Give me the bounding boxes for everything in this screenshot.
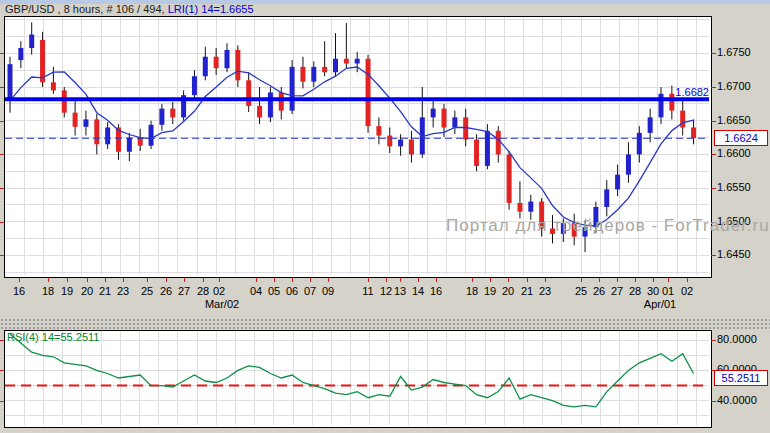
x-axis-tick <box>400 278 401 282</box>
price-axis-tick-left <box>0 222 4 223</box>
rsi-chart[interactable] <box>5 331 709 425</box>
x-axis-tick <box>256 278 257 282</box>
x-axis-label: 14 <box>412 285 424 297</box>
x-axis-tick <box>653 278 654 282</box>
x-axis-tick <box>105 278 106 282</box>
x-axis-label: 02 <box>213 285 225 297</box>
x-axis-tick <box>436 278 437 282</box>
x-axis-label: 05 <box>268 285 280 297</box>
x-axis-tick <box>184 278 185 282</box>
x-axis-label: 28 <box>629 285 641 297</box>
x-axis-label: 19 <box>484 285 496 297</box>
chart-title-indicator: LRI(1) 14=1.6655 <box>168 3 254 15</box>
x-axis-label: 13 <box>394 285 406 297</box>
watermark: Портал для трейдеров - ForTrader.ru <box>446 216 770 236</box>
price-axis-label: 1.6700 <box>717 80 751 92</box>
x-axis-tick <box>599 278 600 282</box>
x-axis-tick <box>166 278 167 282</box>
x-axis-label: 07 <box>304 285 316 297</box>
rsi-axis-tick <box>711 340 716 341</box>
price-axis-label: 1.6750 <box>717 46 751 58</box>
x-axis-tick <box>581 278 582 282</box>
x-axis-tick <box>48 278 49 282</box>
x-axis-tick <box>687 278 688 282</box>
x-axis-tick <box>668 278 669 282</box>
x-axis-label: 27 <box>611 285 623 297</box>
x-axis-label: 21 <box>521 285 533 297</box>
x-axis-label: 18 <box>42 285 54 297</box>
price-axis-tick-left <box>0 87 4 88</box>
x-axis-label: 21 <box>99 285 111 297</box>
x-axis-label: 25 <box>575 285 587 297</box>
x-axis-tick <box>490 278 491 282</box>
x-axis-label: 25 <box>141 285 153 297</box>
price-axis-label: 1.6650 <box>717 114 751 126</box>
x-axis-label: 26 <box>160 285 172 297</box>
month-label: Mar/02 <box>205 298 239 310</box>
chart-window: GBP/USD , 8 hours, # 106 / 494, LRI(1) 1… <box>0 0 770 433</box>
x-axis-label: 11 <box>362 285 373 297</box>
x-axis-tick <box>635 278 636 282</box>
x-axis-tick <box>67 278 68 282</box>
price-axis-tick-left <box>0 188 4 189</box>
x-axis-label: 27 <box>178 285 190 297</box>
price-axis-tick <box>711 121 716 122</box>
x-axis-tick <box>545 278 546 282</box>
resistance-level-label: 1.6682 <box>600 86 709 98</box>
x-axis-tick <box>19 278 20 282</box>
lri-line <box>10 67 694 226</box>
x-axis-tick <box>472 278 473 282</box>
x-axis-label: 28 <box>197 285 209 297</box>
x-axis-tick <box>87 278 88 282</box>
rsi-axis-label: 80.0000 <box>717 333 757 345</box>
rsi-axis-tick-left <box>0 340 4 341</box>
x-axis-tick <box>386 278 387 282</box>
x-axis-label: 30 <box>647 285 659 297</box>
x-axis-label: 20 <box>502 285 514 297</box>
x-axis-label: 04 <box>250 285 262 297</box>
rsi-value-box: 55.2511 <box>714 370 768 386</box>
x-axis-tick <box>527 278 528 282</box>
panel-splitter[interactable] <box>0 318 770 330</box>
x-axis-label: 16 <box>430 285 442 297</box>
rsi-indicator-panel[interactable]: RSI(4) 14=55.2511 <box>4 330 712 428</box>
x-axis-label: 26 <box>593 285 605 297</box>
x-axis-tick <box>328 278 329 282</box>
rsi-axis-tick-left <box>0 401 4 402</box>
x-axis-tick <box>368 278 369 282</box>
chart-title: GBP/USD , 8 hours, # 106 / 494, LRI(1) 1… <box>5 3 254 15</box>
rsi-legend-label: RSI(4) 14=55.2511 <box>7 331 99 343</box>
price-axis-tick <box>711 188 716 189</box>
candlestick-chart[interactable] <box>5 17 709 275</box>
x-axis-label: 23 <box>539 285 551 297</box>
price-axis-tick-left <box>0 154 4 155</box>
x-axis-tick <box>147 278 148 282</box>
x-axis-label: 01 <box>662 285 674 297</box>
x-axis-label: 12 <box>380 285 392 297</box>
chart-title-instrument: GBP/USD , 8 hours, # 106 / 494, <box>5 3 168 15</box>
x-axis-label: 09 <box>322 285 334 297</box>
price-axis-tick <box>711 154 716 155</box>
x-axis-tick <box>617 278 618 282</box>
rsi-axis-label: 40.0000 <box>717 394 757 406</box>
x-axis-tick <box>203 278 204 282</box>
price-chart-panel[interactable] <box>4 16 712 278</box>
price-axis-label: 1.6600 <box>717 147 751 159</box>
x-axis-label: 19 <box>61 285 73 297</box>
x-axis-tick <box>508 278 509 282</box>
rsi-axis-tick <box>711 401 716 402</box>
rsi-gridlines <box>5 331 709 425</box>
x-axis-label: 16 <box>13 285 25 297</box>
price-axis-tick <box>711 87 716 88</box>
x-axis-tick <box>292 278 293 282</box>
price-axis-tick <box>711 255 716 256</box>
x-axis-tick <box>310 278 311 282</box>
price-axis-tick <box>711 53 716 54</box>
price-axis-tick-left <box>0 255 4 256</box>
x-axis-tick <box>418 278 419 282</box>
x-axis-label: 02 <box>681 285 693 297</box>
month-label: Apr/01 <box>644 298 676 310</box>
price-axis-label: 1.6450 <box>717 248 751 260</box>
price-axis-label: 1.6550 <box>717 181 751 193</box>
rsi-axis-tick-left <box>0 370 4 371</box>
